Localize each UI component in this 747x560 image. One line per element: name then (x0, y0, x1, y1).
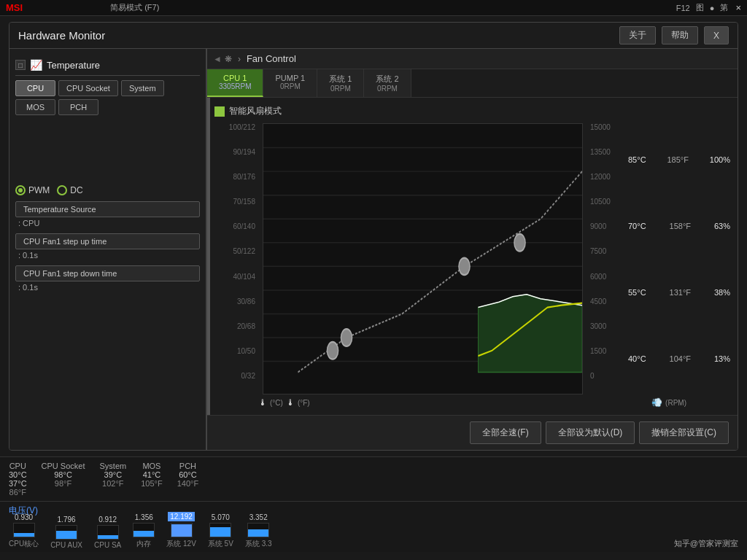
volt-bar-container-1 (55, 525, 77, 540)
temp-row-3: 40°C 104°F 13% (628, 353, 730, 365)
fan-tab-sys1[interactable]: 系统 1 0RPM (317, 69, 364, 97)
fan-rpm-bottom-icons: 💨 (RPM) (651, 397, 686, 408)
svg-point-13 (327, 342, 338, 359)
rpm-label-5: 7500 (590, 247, 624, 255)
volt-bar-container-4 (171, 523, 193, 537)
fan-chart-svg (263, 124, 582, 394)
status-pch-label: PCH (177, 462, 198, 470)
chart-bottom-icons: 🌡 (°C) 🌡 (°F) 💨 (RPM) (214, 397, 730, 408)
fan-rpm-icon: 💨 (651, 397, 662, 408)
fan-content: 智能风扇模式 100/212 90/194 80/176 70/158 60/1… (207, 98, 738, 415)
status-cpu-temp2: 37°C (9, 479, 27, 488)
volt-bar-container-6 (247, 523, 269, 537)
volt-value-6: 3.352 (249, 513, 268, 521)
y-label-0: 100/212 (214, 123, 258, 131)
window-buttons: 关于 帮助 X (619, 26, 729, 44)
temp-bottom-icons: 🌡 (°C) 🌡 (°F) (258, 397, 310, 408)
volt-name-5: 系统 5V (208, 539, 233, 549)
svg-point-10 (341, 329, 352, 346)
temp-row-3-f: 104°F (670, 354, 691, 363)
y-label-9: 10/50 (214, 347, 258, 355)
fan-control-title: Fan Control (247, 53, 296, 64)
smart-fan-checkbox[interactable] (214, 106, 225, 117)
temp-btn-cpu[interactable]: CPU (15, 80, 55, 96)
user-icon[interactable]: ● (710, 4, 715, 12)
cancel-all-button[interactable]: 撤销全部设置(C) (639, 421, 729, 444)
fan-tab-pump1[interactable]: PUMP 1 0RPM (263, 69, 317, 97)
fan-tab-sys2[interactable]: 系统 2 0RPM (364, 69, 411, 97)
volt-bar-container-5 (209, 523, 231, 537)
thermometer2-icon: 🌡 (286, 397, 295, 408)
step-up-button[interactable]: CPU Fan1 step up time (15, 233, 200, 249)
expand-temperature-btn[interactable]: □ (15, 60, 26, 70)
thermometer-icon: 🌡 (258, 397, 267, 408)
status-system-temp1: 39°C (100, 470, 127, 479)
smart-fan-label: 智能风扇模式 (214, 105, 730, 117)
y-label-10: 0/32 (214, 372, 258, 380)
fan-tabs: CPU 1 3305RPM PUMP 1 0RPM 系统 1 0RPM 系统 2… (207, 69, 738, 98)
temperature-icon: 📈 (30, 59, 42, 71)
volt-name-1: CPU AUX (50, 541, 82, 549)
img-icon[interactable]: 图 (696, 2, 704, 13)
y-label-5: 50/122 (214, 247, 258, 255)
status-bar: CPU 30°C 37°C 86°F CPU Socket 98°C 98°F … (0, 456, 747, 501)
window-title: Hardware Monitor (18, 29, 619, 42)
volt-value-5: 5.070 (212, 513, 230, 521)
status-cpu-socket: CPU Socket 98°C 98°F (42, 462, 85, 497)
celsius-label: (°C) (270, 399, 283, 407)
help-button[interactable]: 帮助 (662, 26, 698, 44)
rpm-label-1: 13500 (590, 148, 624, 156)
main-window: Hardware Monitor 关于 帮助 X □ 📈 Temperature… (9, 22, 738, 451)
temp-btn-pch[interactable]: PCH (58, 99, 98, 115)
volt-item-5: 5.070 系统 5V (208, 513, 233, 549)
rpm-label-10: 0 (590, 372, 624, 380)
full-speed-button[interactable]: 全部全速(F) (470, 421, 541, 444)
window-titlebar: Hardware Monitor 关于 帮助 X (9, 23, 738, 49)
volt-item-0: 0.930 CPU核心 (9, 513, 39, 549)
volt-name-4: 系统 12V (166, 539, 196, 549)
dc-label: DC (70, 185, 82, 195)
status-cpu-label: CPU (9, 462, 27, 470)
volt-item-3: 1.356 内存 (133, 513, 155, 549)
volt-bar-container-2 (97, 525, 119, 540)
temp-btn-system[interactable]: System (121, 80, 164, 96)
temp-table: 85°C 185°F 100% 70°C 158°F 63% 55°C 131°… (628, 123, 730, 394)
volt-value-1: 1.796 (58, 516, 76, 524)
temp-source-button[interactable]: Temperature Source (15, 201, 200, 217)
fan-tab-cpu1[interactable]: CPU 1 3305RPM (207, 69, 263, 97)
volt-item-4: 12.192 系统 12V (166, 512, 196, 549)
menu-icon[interactable]: 第 (720, 2, 728, 13)
rpm-label-2: 12000 (590, 173, 624, 181)
temp-row-2: 55°C 131°F 38% (628, 287, 730, 298)
temp-row-2-pct: 38% (714, 288, 730, 297)
y-label-2: 80/176 (214, 173, 258, 181)
fan-nav-left[interactable]: ◄ (213, 54, 222, 64)
y-label-4: 60/140 (214, 222, 258, 230)
close-window-button[interactable]: X (704, 26, 729, 44)
temp-btn-cpu-socket[interactable]: CPU Socket (58, 80, 118, 96)
f12-icon[interactable]: F12 (676, 4, 690, 12)
status-cpu: CPU 30°C 37°C 86°F (9, 462, 27, 497)
status-cpu-socket-temp1: 98°C (42, 470, 85, 479)
svg-marker-14 (479, 295, 583, 373)
temp-row-1-pct: 63% (714, 222, 730, 230)
y-label-8: 20/68 (214, 322, 258, 330)
temp-btn-mos[interactable]: MOS (15, 99, 55, 115)
step-down-button[interactable]: CPU Fan1 step down time (15, 265, 200, 281)
temp-row-3-c: 40°C (628, 354, 646, 363)
svg-point-11 (459, 258, 470, 276)
y-label-3: 70/158 (214, 198, 258, 206)
volt-name-2: CPU SA (94, 541, 121, 549)
set-default-button[interactable]: 全部设为默认(D) (546, 421, 635, 444)
mode-label: 简易模式 (F7) (110, 2, 159, 13)
fan-tab-sys1-label: 系统 1 (329, 74, 352, 85)
top-close-icon[interactable]: × (735, 2, 741, 13)
temp-row-3-pct: 13% (714, 354, 730, 363)
pwm-radio[interactable]: PWM (15, 185, 50, 195)
dc-radio[interactable]: DC (57, 185, 82, 195)
about-button[interactable]: 关于 (619, 26, 656, 44)
svg-point-12 (514, 234, 525, 252)
fan-chart[interactable] (263, 123, 583, 394)
pwm-radio-circle (15, 185, 26, 195)
status-cpu-temp1: 30°C (9, 470, 27, 479)
